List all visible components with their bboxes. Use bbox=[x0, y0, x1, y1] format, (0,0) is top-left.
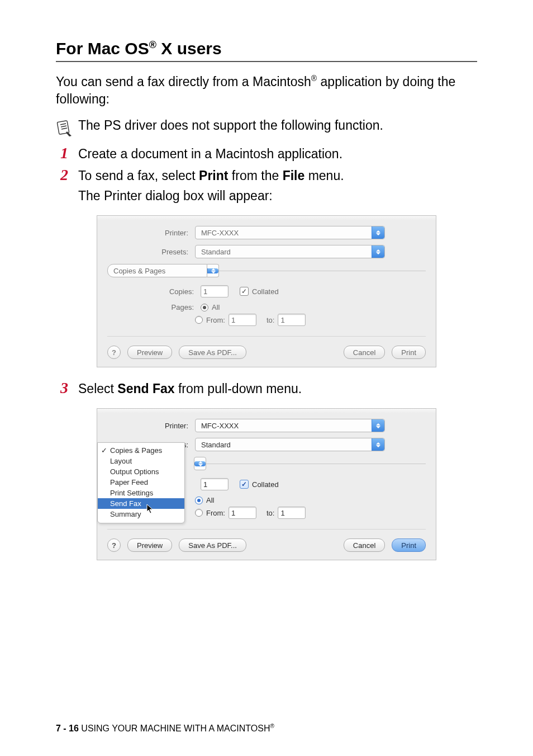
step-2-number: 2 bbox=[56, 167, 68, 184]
menu-item-output-options[interactable]: Output Options bbox=[98, 466, 184, 477]
print-dialog-2: Printer: MFC-XXXX Presets: Standard Copi… bbox=[97, 408, 436, 560]
from-label-1: From: bbox=[206, 316, 225, 324]
printer-value-2: MFC-XXXX bbox=[201, 422, 239, 430]
note-row: The PS driver does not support the follo… bbox=[56, 118, 477, 137]
preview-button-1[interactable]: Preview bbox=[127, 346, 172, 359]
step-3-number: 3 bbox=[56, 380, 68, 397]
section-select-1[interactable]: Copies & Pages bbox=[107, 264, 207, 277]
menu-item-copies-pages[interactable]: Copies & Pages bbox=[98, 445, 184, 456]
heading-suffix: X users bbox=[156, 39, 222, 58]
from-value-2: 1 bbox=[231, 509, 235, 517]
section-select-row-1: Copies & Pages bbox=[107, 264, 426, 277]
from-value-1: 1 bbox=[231, 316, 235, 324]
copies-field-1[interactable]: 1 bbox=[201, 285, 229, 297]
copies-value-2: 1 bbox=[203, 480, 207, 489]
step-1-number: 1 bbox=[56, 145, 68, 162]
save-as-pdf-button-1[interactable]: Save As PDF... bbox=[179, 346, 246, 359]
to-field-1[interactable]: 1 bbox=[278, 314, 306, 326]
collated-label-1: Collated bbox=[252, 287, 279, 296]
copies-value-1: 1 bbox=[203, 287, 207, 296]
menu-item-paper-feed[interactable]: Paper Feed bbox=[98, 477, 184, 488]
to-label-1: to: bbox=[266, 316, 274, 324]
print-button-1[interactable]: Print bbox=[392, 346, 426, 359]
svg-line-3 bbox=[61, 128, 67, 129]
from-field-1[interactable]: 1 bbox=[229, 314, 256, 326]
pages-from-radio-1[interactable] bbox=[195, 316, 203, 324]
collated-checkbox-1[interactable] bbox=[240, 287, 249, 296]
note-icon bbox=[56, 118, 73, 137]
section-select-stepper-2[interactable] bbox=[194, 457, 206, 470]
copies-label-1: Copies: bbox=[107, 287, 201, 296]
intro-reg: ® bbox=[311, 74, 317, 83]
section-divider bbox=[206, 464, 426, 464]
help-button-2[interactable]: ? bbox=[107, 538, 121, 552]
to-field-2[interactable]: 1 bbox=[278, 507, 306, 519]
from-field-2[interactable]: 1 bbox=[229, 507, 256, 519]
svg-line-1 bbox=[60, 124, 66, 125]
section-dropdown-menu[interactable]: Copies & Pages Layout Output Options Pap… bbox=[97, 442, 185, 523]
step-3: 3 Select Send Fax from pull-down menu. bbox=[56, 380, 477, 398]
printer-select-1[interactable]: MFC-XXXX bbox=[195, 226, 385, 239]
to-value-1: 1 bbox=[280, 316, 284, 324]
intro-text-a: You can send a fax directly from a Macin… bbox=[56, 74, 311, 89]
select-stepper-icon bbox=[194, 461, 206, 466]
presets-value-1: Standard bbox=[201, 248, 231, 256]
note-text: The PS driver does not support the follo… bbox=[78, 118, 383, 133]
from-label-2: From: bbox=[206, 509, 225, 517]
printer-value-1: MFC-XXXX bbox=[201, 229, 239, 237]
intro-paragraph: You can send a fax directly from a Macin… bbox=[56, 73, 477, 108]
section-divider bbox=[218, 271, 426, 271]
print-dialog-1: Printer: MFC-XXXX Presets: Standard Copi… bbox=[97, 215, 436, 367]
save-as-pdf-button-2[interactable]: Save As PDF... bbox=[179, 538, 246, 552]
step-2-line2: The Printer dialog box will appear: bbox=[78, 187, 477, 205]
menu-item-print-settings[interactable]: Print Settings bbox=[98, 488, 184, 498]
printer-select-2[interactable]: MFC-XXXX bbox=[195, 419, 385, 432]
printer-label-2: Printer: bbox=[107, 422, 195, 430]
presets-value-2: Standard bbox=[201, 441, 231, 449]
footer-text: USING YOUR MACHINE WITH A MACINTOSH bbox=[79, 724, 270, 733]
presets-select-2[interactable]: Standard bbox=[195, 438, 385, 451]
cancel-button-2[interactable]: Cancel bbox=[344, 538, 385, 552]
help-button-1[interactable]: ? bbox=[107, 346, 121, 359]
print-button-2[interactable]: Print bbox=[392, 538, 426, 552]
select-stepper-icon bbox=[372, 419, 384, 432]
svg-line-2 bbox=[61, 126, 66, 127]
pages-from-radio-2[interactable] bbox=[195, 509, 203, 517]
cancel-button-1[interactable]: Cancel bbox=[344, 346, 385, 359]
page-number: 7 - 16 bbox=[56, 724, 79, 733]
presets-select-1[interactable]: Standard bbox=[195, 245, 385, 258]
pages-all-label-1: All bbox=[212, 303, 220, 311]
step-3-text: Select Send Fax from pull-down menu. bbox=[78, 380, 477, 398]
pages-all-radio-1[interactable] bbox=[201, 304, 208, 311]
step-1: 1 Create a document in a Macintosh appli… bbox=[56, 145, 477, 163]
pages-label-1: Pages: bbox=[107, 303, 201, 311]
footer-reg: ® bbox=[270, 723, 274, 729]
select-stepper-icon bbox=[372, 226, 384, 239]
section-value-1: Copies & Pages bbox=[113, 267, 165, 275]
menu-item-summary[interactable]: Summary bbox=[98, 509, 184, 519]
select-stepper-icon bbox=[372, 438, 384, 451]
to-label-2: to: bbox=[266, 509, 274, 517]
menu-item-send-fax[interactable]: Send Fax bbox=[98, 498, 184, 509]
page-footer: 7 - 16 USING YOUR MACHINE WITH A MACINTO… bbox=[56, 723, 274, 734]
step-2: 2 To send a fax, select Print from the F… bbox=[56, 167, 477, 205]
select-stepper-icon bbox=[207, 268, 218, 273]
pages-all-label-2: All bbox=[206, 496, 214, 504]
preview-button-2[interactable]: Preview bbox=[127, 538, 172, 552]
section-heading: For Mac OS® X users bbox=[56, 39, 477, 62]
heading-prefix: For Mac OS bbox=[56, 39, 149, 58]
section-select-stepper-1[interactable] bbox=[207, 264, 219, 277]
pages-all-radio-2[interactable] bbox=[195, 497, 203, 504]
select-stepper-icon bbox=[372, 245, 384, 258]
step-1-text: Create a document in a Macintosh applica… bbox=[78, 145, 477, 163]
presets-label-1: Presets: bbox=[107, 248, 195, 256]
copies-field-2[interactable]: 1 bbox=[201, 478, 229, 490]
menu-item-layout[interactable]: Layout bbox=[98, 456, 184, 466]
to-value-2: 1 bbox=[280, 509, 284, 517]
collated-label-2: Collated bbox=[252, 480, 279, 489]
heading-reg: ® bbox=[149, 39, 156, 50]
collated-checkbox-2[interactable] bbox=[240, 480, 249, 489]
step-2-line1: To send a fax, select Print from the Fil… bbox=[78, 167, 477, 185]
printer-label-1: Printer: bbox=[107, 229, 195, 237]
